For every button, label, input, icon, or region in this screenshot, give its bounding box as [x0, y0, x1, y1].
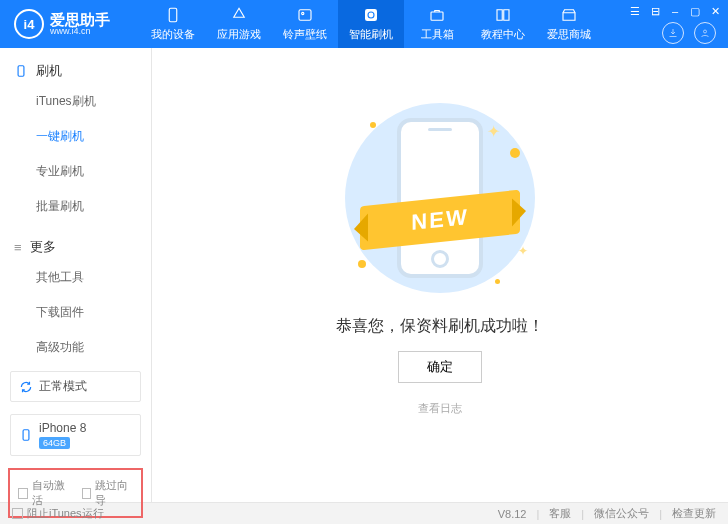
toolbox-icon [428, 6, 446, 24]
nav-label: 应用游戏 [217, 27, 261, 42]
phone-icon [14, 64, 28, 78]
device-name: iPhone 8 [39, 421, 86, 435]
block-itunes-check[interactable]: 阻止iTunes运行 [12, 506, 104, 521]
logo: i4 爱思助手 www.i4.cn [0, 9, 140, 39]
app-name: 爱思助手 [50, 12, 110, 27]
svg-rect-1 [299, 10, 311, 21]
nav-label: 智能刷机 [349, 27, 393, 42]
sync-icon [19, 380, 33, 394]
success-illustration: NEW ✦✦ [340, 98, 540, 298]
ok-button[interactable]: 确定 [398, 351, 482, 383]
wechat-link[interactable]: 微信公众号 [594, 506, 649, 521]
svg-rect-6 [18, 66, 24, 77]
success-message: 恭喜您，保资料刷机成功啦！ [336, 316, 544, 337]
logo-badge-icon: i4 [14, 9, 44, 39]
svg-rect-0 [169, 8, 177, 22]
user-icon[interactable] [694, 22, 716, 44]
pin-icon[interactable]: ⊟ [648, 4, 662, 18]
minimize-icon[interactable]: – [668, 4, 682, 18]
nav-ringtones[interactable]: 铃声壁纸 [272, 0, 338, 48]
sidebar-item-oneclick[interactable]: 一键刷机 [0, 119, 151, 154]
nav-label: 教程中心 [481, 27, 525, 42]
sidebar-item-batch[interactable]: 批量刷机 [0, 189, 151, 224]
nav-shop[interactable]: 爱思商城 [536, 0, 602, 48]
update-link[interactable]: 检查更新 [672, 506, 716, 521]
mode-button[interactable]: 正常模式 [10, 371, 141, 402]
sidebar-item-pro[interactable]: 专业刷机 [0, 154, 151, 189]
svg-rect-7 [23, 430, 29, 441]
sidebar-section-more: ≡ 更多 [0, 224, 151, 260]
nav-my-device[interactable]: 我的设备 [140, 0, 206, 48]
nav-label: 铃声壁纸 [283, 27, 327, 42]
refresh-icon [362, 6, 380, 24]
sidebar-item-download[interactable]: 下载固件 [0, 295, 151, 330]
support-link[interactable]: 客服 [549, 506, 571, 521]
nav-tutorials[interactable]: 教程中心 [470, 0, 536, 48]
nav-label: 工具箱 [421, 27, 454, 42]
sidebar-item-advanced[interactable]: 高级功能 [0, 330, 151, 365]
sidebar-item-itunes[interactable]: iTunes刷机 [0, 84, 151, 119]
list-icon: ≡ [14, 240, 22, 255]
device-icon [164, 6, 182, 24]
nav-label: 爱思商城 [547, 27, 591, 42]
svg-rect-3 [365, 9, 377, 21]
device-button[interactable]: iPhone 8 64GB [10, 414, 141, 456]
nav-toolbox[interactable]: 工具箱 [404, 0, 470, 48]
nav-apps[interactable]: 应用游戏 [206, 0, 272, 48]
version-label: V8.12 [498, 508, 527, 520]
nav-smartflash[interactable]: 智能刷机 [338, 0, 404, 48]
view-log-link[interactable]: 查看日志 [418, 401, 462, 416]
app-url: www.i4.cn [50, 27, 110, 36]
auto-activate-check[interactable]: 自动激活 [18, 478, 70, 508]
svg-rect-4 [431, 12, 443, 20]
phone-icon [19, 425, 33, 445]
storage-badge: 64GB [39, 437, 70, 449]
sidebar-section-flash: 刷机 [0, 48, 151, 84]
sidebar-item-tools[interactable]: 其他工具 [0, 260, 151, 295]
nav-label: 我的设备 [151, 27, 195, 42]
mode-label: 正常模式 [39, 378, 87, 395]
menu-icon[interactable]: ☰ [628, 4, 642, 18]
skip-wizard-check[interactable]: 跳过向导 [82, 478, 134, 508]
close-icon[interactable]: ✕ [708, 4, 722, 18]
svg-point-5 [704, 30, 707, 33]
book-icon [494, 6, 512, 24]
download-icon[interactable] [662, 22, 684, 44]
image-icon [296, 6, 314, 24]
svg-point-2 [302, 12, 304, 14]
app-icon [230, 6, 248, 24]
maximize-icon[interactable]: ▢ [688, 4, 702, 18]
shop-icon [560, 6, 578, 24]
